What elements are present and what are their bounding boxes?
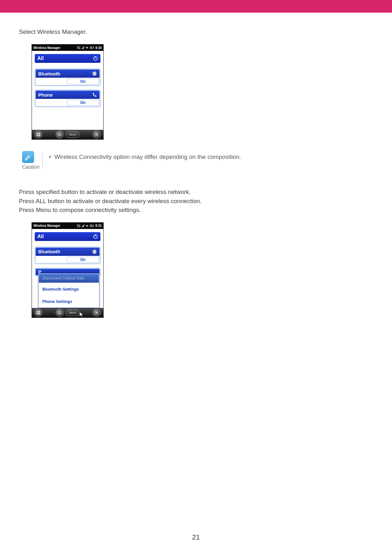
bluetooth-icon: [92, 71, 97, 76]
instruction-line-3: Press Menu to compose connectivity setti…: [19, 206, 373, 215]
svg-rect-20: [39, 313, 40, 315]
keyboard-icon: [57, 311, 62, 314]
wm-title: Wireless Manager: [33, 46, 60, 50]
svg-rect-9: [58, 134, 59, 134]
connectivity-icon: [77, 46, 81, 49]
caution-icon: [22, 151, 34, 163]
bluetooth-state: On: [67, 79, 99, 84]
divider: [42, 153, 43, 168]
svg-rect-11: [60, 134, 61, 134]
menu-item-disconnect[interactable]: Disconnect Cellular Data: [39, 274, 99, 283]
bluetooth-item[interactable]: Bluetooth On: [35, 69, 100, 86]
battery-icon: [90, 46, 94, 49]
connectivity-icon: [77, 224, 81, 227]
signal-icon: [81, 46, 85, 49]
close-button-2[interactable]: [93, 309, 101, 317]
wm-clock: 8:30: [95, 46, 102, 50]
wm-title-bar: Wireless Manager 8:30: [32, 45, 103, 51]
bluetooth-state-2: On: [67, 257, 99, 262]
windows-icon: [36, 132, 41, 137]
caution-box: Caution • Wireless Connectivity option m…: [22, 151, 373, 170]
svg-rect-4: [37, 133, 38, 134]
svg-rect-12: [58, 135, 61, 135]
svg-rect-19: [37, 313, 38, 314]
cursor-icon: [79, 312, 84, 317]
bluetooth-icon: [92, 249, 97, 254]
caution-text: • Wireless Connectivity option may diffe…: [49, 151, 241, 160]
caution-label: Caution: [22, 164, 38, 170]
close-icon: [95, 311, 99, 315]
wm2-bottom-bar: Menu: [32, 308, 103, 317]
svg-rect-8: [57, 133, 62, 136]
menu-label: Menu: [69, 133, 76, 136]
power-icon: [93, 234, 98, 239]
menu-popup: Disconnect Cellular Data Bluetooth Setti…: [38, 273, 100, 308]
screenshot-wireless-manager-2: Wireless Manager 8:31 All Bluetooth: [32, 222, 104, 318]
svg-rect-6: [37, 135, 38, 136]
all-label: All: [37, 56, 44, 61]
close-button[interactable]: [93, 130, 101, 139]
svg-rect-10: [59, 134, 60, 134]
menu-item-bt-settings[interactable]: Bluetooth Settings: [39, 283, 99, 295]
document-top-bar: [0, 0, 392, 13]
svg-rect-5: [39, 133, 40, 134]
instruction-line-2: Press ALL button to activate or deactiva…: [19, 197, 373, 206]
power-icon: [93, 56, 98, 61]
all-button-2[interactable]: All: [35, 232, 100, 241]
instruction-line-1: Press specified button to activate or de…: [19, 188, 373, 197]
page-number: 21: [0, 533, 392, 541]
start-button[interactable]: [34, 130, 43, 139]
instruction-paragraph: Press specified button to activate or de…: [19, 188, 373, 215]
instruction-select-wm: Select Wireless Manager.: [19, 28, 373, 35]
svg-rect-14: [93, 226, 94, 226]
wm-bottom-bar: Menu: [32, 130, 103, 139]
svg-rect-22: [58, 312, 59, 312]
signal-icon: [81, 224, 85, 227]
wm2-title: Wireless Manager: [33, 224, 60, 227]
keyboard-icon: [57, 133, 62, 136]
phone-icon: [93, 93, 97, 97]
svg-rect-23: [59, 312, 60, 312]
phone-label: Phone: [38, 92, 53, 98]
bluetooth-label-2: Bluetooth: [38, 249, 60, 254]
wm2-clock: 8:31: [95, 224, 102, 227]
svg-rect-21: [57, 311, 62, 314]
keyboard-button[interactable]: [56, 130, 64, 139]
svg-rect-18: [39, 311, 40, 312]
svg-rect-1: [93, 47, 94, 48]
keyboard-button-2[interactable]: [56, 309, 64, 317]
svg-rect-7: [39, 135, 40, 136]
svg-rect-24: [60, 312, 61, 312]
start-button-2[interactable]: [34, 309, 43, 317]
svg-rect-25: [58, 313, 61, 314]
svg-rect-17: [37, 311, 38, 312]
volume-icon: [86, 46, 89, 49]
phone-item[interactable]: Phone On: [35, 90, 100, 107]
menu-item-phone-settings[interactable]: Phone Settings: [39, 295, 99, 308]
all-button[interactable]: All: [35, 54, 100, 63]
pencil-icon: [24, 153, 32, 161]
wm2-title-bar: Wireless Manager 8:31: [32, 223, 103, 229]
windows-icon: [36, 310, 41, 315]
phone-state: On: [67, 100, 99, 105]
all-label-2: All: [37, 234, 44, 239]
menu-label-2: Menu: [69, 311, 76, 314]
bluetooth-item-2[interactable]: Bluetooth On: [35, 247, 100, 264]
bluetooth-label: Bluetooth: [38, 71, 60, 76]
screenshot-wireless-manager-1: Wireless Manager 8:30 All Bluetooth: [32, 44, 104, 140]
volume-icon: [86, 224, 89, 227]
menu-button[interactable]: Menu: [66, 131, 80, 138]
close-icon: [95, 133, 99, 136]
battery-icon: [90, 224, 94, 227]
menu-button-2[interactable]: Menu: [66, 309, 80, 316]
